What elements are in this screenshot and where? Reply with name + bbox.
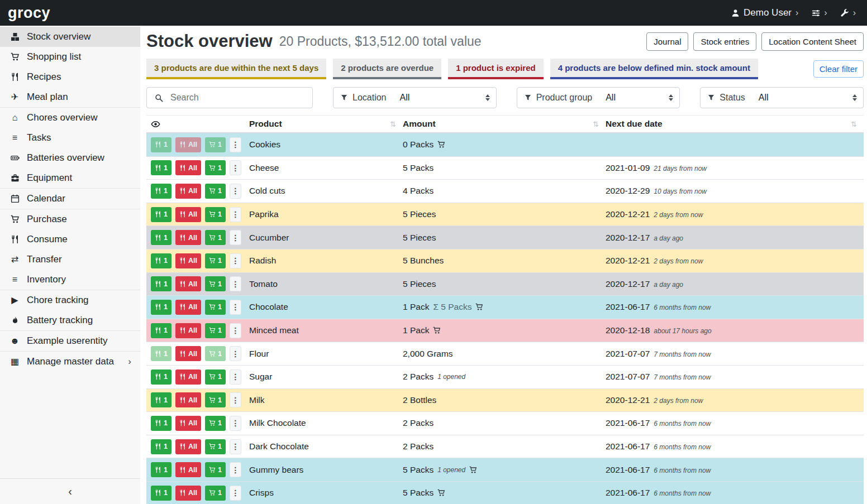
- row-menu-button[interactable]: ⋮: [230, 253, 241, 268]
- search-input[interactable]: [170, 93, 312, 103]
- consume-all-button[interactable]: All: [175, 184, 201, 199]
- consume-all-button[interactable]: All: [175, 369, 201, 385]
- row-menu-button[interactable]: ⋮: [230, 137, 241, 152]
- location-content-sheet-button[interactable]: Location Content Sheet: [761, 32, 864, 51]
- consume-all-button[interactable]: All: [175, 160, 201, 175]
- sidebar-item-stock-overview[interactable]: Stock overview: [0, 27, 140, 47]
- add-to-cart-button[interactable]: 1: [205, 230, 226, 245]
- consume-all-button[interactable]: All: [175, 137, 201, 152]
- sidebar-item-calendar[interactable]: Calendar: [0, 188, 140, 209]
- eye-icon[interactable]: [151, 119, 160, 129]
- consume-one-button[interactable]: 1: [151, 439, 172, 454]
- column-next-due-date[interactable]: Next due date ⇅: [606, 119, 864, 129]
- clear-filter-button[interactable]: Clear filter: [813, 60, 864, 78]
- row-menu-button[interactable]: ⋮: [230, 300, 241, 315]
- sidebar-item-battery-tracking[interactable]: Battery tracking: [0, 310, 140, 330]
- consume-one-button[interactable]: 1: [151, 416, 172, 431]
- consume-all-button[interactable]: All: [175, 300, 201, 315]
- column-product[interactable]: Product ⇅: [249, 119, 403, 129]
- add-to-cart-button[interactable]: 1: [205, 184, 226, 199]
- stock-entries-button[interactable]: Stock entries: [693, 32, 756, 51]
- add-to-cart-button[interactable]: 1: [205, 207, 226, 222]
- row-menu-button[interactable]: ⋮: [230, 486, 241, 501]
- consume-all-button[interactable]: All: [175, 230, 201, 245]
- consume-one-button[interactable]: 1: [151, 392, 172, 407]
- consume-all-button[interactable]: All: [175, 323, 201, 338]
- row-menu-button[interactable]: ⋮: [230, 416, 241, 431]
- row-menu-button[interactable]: ⋮: [230, 323, 241, 338]
- sidebar-item-shopping-list[interactable]: Shopping list: [0, 47, 140, 67]
- row-menu-button[interactable]: ⋮: [230, 392, 241, 407]
- consume-all-button[interactable]: All: [175, 439, 201, 454]
- consume-one-button[interactable]: 1: [151, 253, 172, 268]
- banner-expired[interactable]: 1 product is expired: [448, 59, 544, 79]
- banner-overdue[interactable]: 2 products are overdue: [333, 59, 441, 79]
- sidebar-item-chores-overview[interactable]: ⌂ Chores overview: [0, 107, 140, 128]
- sidebar-item-manage-master-data[interactable]: ▦ Manage master data ›: [0, 351, 140, 372]
- consume-one-button[interactable]: 1: [151, 300, 172, 315]
- consume-one-button[interactable]: 1: [151, 160, 172, 175]
- add-to-cart-button[interactable]: 1: [205, 160, 226, 175]
- consume-one-button[interactable]: 1: [151, 276, 172, 291]
- add-to-cart-button[interactable]: 1: [205, 439, 226, 454]
- sidebar-item-purchase[interactable]: Purchase: [0, 209, 140, 229]
- add-to-cart-button[interactable]: 1: [205, 253, 226, 268]
- sidebar-item-equipment[interactable]: Equipment: [0, 168, 140, 188]
- consume-one-button[interactable]: 1: [151, 369, 172, 385]
- add-to-cart-button[interactable]: 1: [205, 462, 226, 477]
- row-menu-button[interactable]: ⋮: [230, 276, 241, 291]
- sidebar-item-consume[interactable]: Consume: [0, 229, 140, 249]
- column-amount[interactable]: Amount ⇅: [403, 119, 606, 129]
- consume-one-button[interactable]: 1: [151, 184, 172, 199]
- sidebar-item-transfer[interactable]: ⇄ Transfer: [0, 249, 140, 270]
- row-menu-button[interactable]: ⋮: [230, 439, 241, 454]
- add-to-cart-button[interactable]: 1: [205, 300, 226, 315]
- journal-button[interactable]: Journal: [646, 32, 688, 51]
- consume-one-button[interactable]: 1: [151, 486, 172, 501]
- row-menu-button[interactable]: ⋮: [230, 230, 241, 245]
- consume-one-button[interactable]: 1: [151, 137, 172, 152]
- sidebar-item-example-userentity[interactable]: ☻ Example userentity: [0, 330, 140, 351]
- banner-due-soon[interactable]: 3 products are due within the next 5 day…: [146, 59, 326, 79]
- row-menu-button[interactable]: ⋮: [230, 160, 241, 175]
- add-to-cart-button[interactable]: 1: [205, 323, 226, 338]
- sidebar-item-inventory[interactable]: ≡ Inventory: [0, 270, 140, 290]
- sidebar-item-recipes[interactable]: Recipes: [0, 67, 140, 87]
- sidebar-item-chore-tracking[interactable]: ▶ Chore tracking: [0, 290, 140, 310]
- row-menu-button[interactable]: ⋮: [230, 369, 241, 385]
- filter-select[interactable]: All: [747, 88, 863, 108]
- add-to-cart-button[interactable]: 1: [205, 416, 226, 431]
- consume-one-button[interactable]: 1: [151, 230, 172, 245]
- add-to-cart-button[interactable]: 1: [205, 486, 226, 501]
- row-menu-button[interactable]: ⋮: [230, 346, 241, 361]
- sidebar-collapse-button[interactable]: ‹: [0, 478, 140, 504]
- add-to-cart-button[interactable]: 1: [205, 346, 226, 361]
- consume-all-button[interactable]: All: [175, 207, 201, 222]
- admin-tools-menu[interactable]: ›: [841, 8, 856, 18]
- consume-all-button[interactable]: All: [175, 276, 201, 291]
- user-menu[interactable]: Demo User ›: [731, 7, 798, 18]
- add-to-cart-button[interactable]: 1: [205, 276, 226, 291]
- consume-one-button[interactable]: 1: [151, 346, 172, 361]
- row-menu-button[interactable]: ⋮: [230, 184, 241, 199]
- settings-menu[interactable]: ›: [812, 8, 827, 18]
- row-menu-button[interactable]: ⋮: [230, 462, 241, 477]
- sidebar-item-tasks[interactable]: ≡ Tasks: [0, 128, 140, 148]
- consume-all-button[interactable]: All: [175, 392, 201, 407]
- add-to-cart-button[interactable]: 1: [205, 137, 226, 152]
- add-to-cart-button[interactable]: 1: [205, 392, 226, 407]
- row-menu-button[interactable]: ⋮: [230, 207, 241, 222]
- consume-all-button[interactable]: All: [175, 462, 201, 477]
- sidebar-item-meal-plan[interactable]: ✈ Meal plan: [0, 87, 140, 107]
- sidebar-item-batteries-overview[interactable]: Batteries overview: [0, 148, 140, 168]
- filter-select[interactable]: All: [389, 88, 496, 108]
- consume-all-button[interactable]: All: [175, 416, 201, 431]
- consume-all-button[interactable]: All: [175, 346, 201, 361]
- consume-one-button[interactable]: 1: [151, 207, 172, 222]
- consume-one-button[interactable]: 1: [151, 323, 172, 338]
- add-to-cart-button[interactable]: 1: [205, 369, 226, 385]
- consume-all-button[interactable]: All: [175, 486, 201, 501]
- banner-below-min-stock[interactable]: 4 products are below defined min. stock …: [550, 59, 758, 79]
- consume-one-button[interactable]: 1: [151, 462, 172, 477]
- filter-select[interactable]: All: [594, 88, 679, 108]
